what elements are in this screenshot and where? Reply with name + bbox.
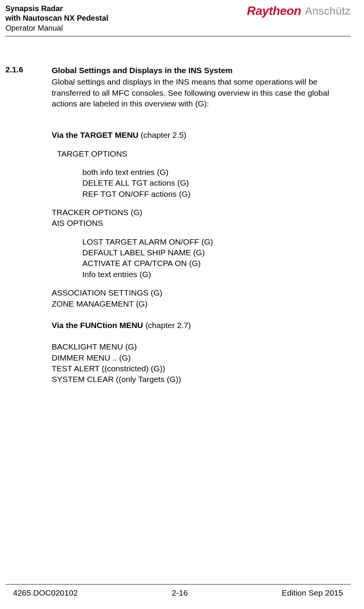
via-func-menu: Via the FUNCtion MENU (chapter 2.7) — [52, 320, 351, 331]
page-footer: 4265.DOC020102 2-16 Edition Sep 2015 — [5, 584, 351, 598]
target-option-item: both info text entries (G) — [52, 167, 351, 178]
func-item: BACKLIGHT MENU (G) — [52, 341, 351, 352]
ais-option-item: Info text entries (G) — [52, 269, 351, 280]
via-target-menu: Via the TARGET MENU (chapter 2.5) — [52, 130, 351, 140]
section-body: Global Settings and Displays in the INS … — [52, 65, 351, 385]
target-option-item: DELETE ALL TGT actions (G) — [52, 178, 351, 188]
content-area: 2.1.6 Global Settings and Displays in th… — [5, 65, 351, 385]
ais-option-item: LOST TARGET ALARM ON/OFF (G) — [52, 237, 351, 247]
association-settings: ASSOCIATION SETTINGS (G) — [52, 287, 351, 298]
via-target-menu-bold: Via the TARGET MENU — [52, 131, 139, 139]
section-intro: Global settings and displays in the INS … — [52, 77, 351, 109]
ais-option-item: ACTIVATE AT CPA/TCPA ON (G) — [52, 258, 351, 269]
page-header: Synapsis Radar with Nautoscan NX Pedesta… — [5, 4, 351, 36]
doc-title-line3: Operator Manual — [5, 23, 108, 33]
anschutz-logo-text: Anschütz — [305, 5, 351, 17]
header-title-block: Synapsis Radar with Nautoscan NX Pedesta… — [5, 4, 108, 33]
section-number: 2.1.6 — [5, 65, 52, 74]
footer-doc-id: 4265.DOC020102 — [13, 588, 78, 598]
doc-title-line1: Synapsis Radar — [5, 4, 108, 13]
zone-management: ZONE MANAGEMENT (G) — [52, 299, 351, 309]
section-heading-row: 2.1.6 Global Settings and Displays in th… — [5, 65, 351, 385]
header-rule — [5, 36, 351, 36]
doc-title-line2: with Nautoscan NX Pedestal — [5, 13, 108, 23]
raytheon-logo-text: Raytheon — [247, 4, 301, 18]
brand-logo: Raytheon Anschütz — [247, 4, 351, 18]
footer-row: 4265.DOC020102 2-16 Edition Sep 2015 — [5, 588, 351, 598]
ais-option-item: DEFAULT LABEL SHIP NAME (G) — [52, 247, 351, 258]
tracker-options: TRACKER OPTIONS (G) — [52, 207, 351, 218]
footer-page-number: 2-16 — [172, 588, 188, 598]
footer-edition: Edition Sep 2015 — [282, 588, 343, 598]
func-item: TEST ALERT ((constricted) (G)) — [52, 363, 351, 374]
func-item: SYSTEM CLEAR ((only Targets (G)) — [52, 374, 351, 385]
via-func-menu-bold: Via the FUNCtion MENU — [52, 321, 143, 330]
target-option-item: REF TGT ON/OFF actions (G) — [52, 189, 351, 199]
func-item: DIMMER MENU .. (G) — [52, 353, 351, 363]
section-title: Global Settings and Displays in the INS … — [52, 65, 351, 76]
page: Synapsis Radar with Nautoscan NX Pedesta… — [0, 0, 364, 609]
target-options-label: TARGET OPTIONS — [52, 149, 351, 159]
footer-rule — [5, 584, 351, 585]
via-target-menu-ch: (chapter 2.5) — [139, 131, 186, 139]
via-func-menu-ch: (chapter 2.7) — [143, 321, 191, 330]
ais-options-label: AIS OPTIONS — [52, 218, 351, 229]
